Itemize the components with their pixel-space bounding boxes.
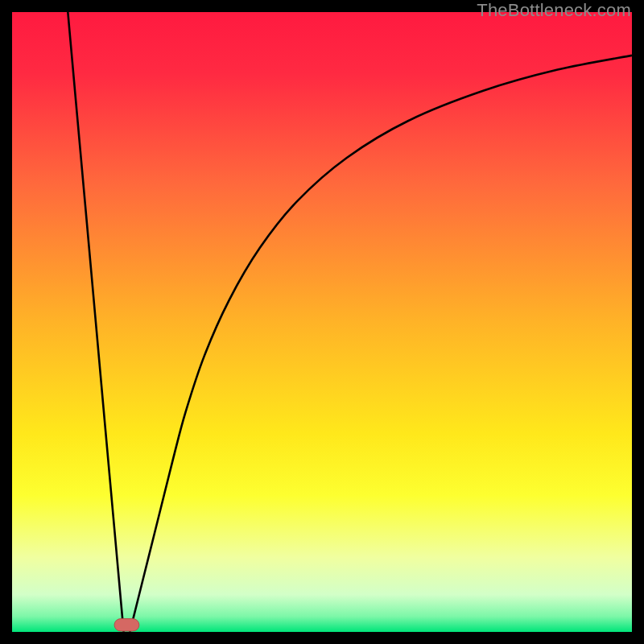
optimum-marker (114, 619, 139, 631)
watermark-text: TheBottleneck.com (477, 0, 631, 21)
gradient-background (12, 12, 632, 632)
chart-frame: TheBottleneck.com (0, 0, 644, 644)
chart-canvas (12, 12, 632, 632)
